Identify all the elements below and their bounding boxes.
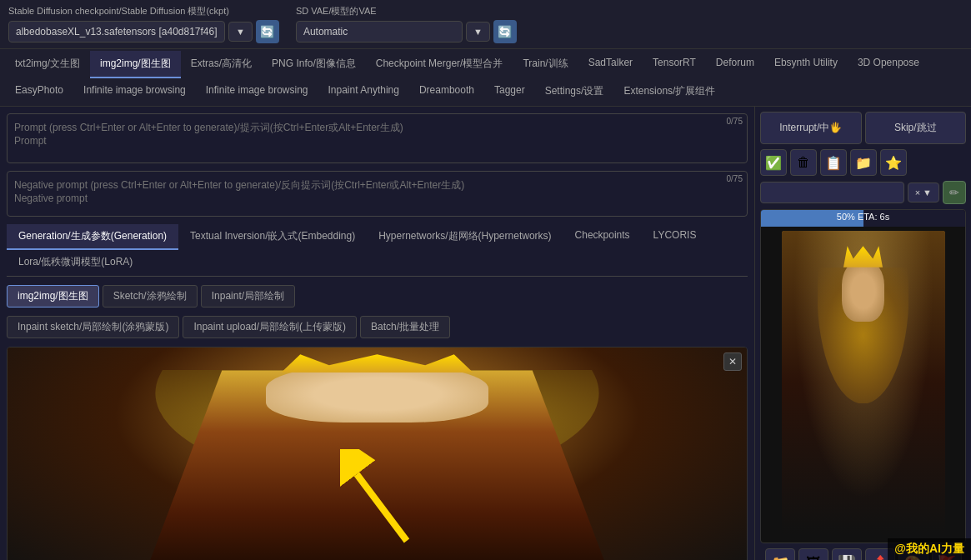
inner-tab-img2img[interactable]: img2img/图生图 xyxy=(7,285,99,308)
vae-dropdown[interactable]: Automatic xyxy=(296,21,463,42)
tab-png-info[interactable]: PNG Info/图像信息 xyxy=(262,51,366,78)
search-clear-button[interactable]: × ▼ xyxy=(908,182,939,202)
sub-tab-textual-inversion[interactable]: Textual Inversion/嵌入式(Embedding) xyxy=(178,224,367,250)
left-panel: 0/75 0/75 Generation/生成参数(Generation) Te… xyxy=(0,107,754,560)
search-row: × ▼ ✏ xyxy=(760,181,966,204)
trash-button[interactable]: 🗑 xyxy=(790,149,817,176)
sub-tab-checkpoints[interactable]: Checkpoints xyxy=(563,224,642,250)
tab-train[interactable]: Train/训练 xyxy=(513,51,578,78)
positive-prompt-input[interactable] xyxy=(7,113,748,163)
tab-img2img[interactable]: img2img/图生图 xyxy=(90,51,181,78)
tab-extensions[interactable]: Extensions/扩展组件 xyxy=(613,78,725,106)
progress-bar-container: 50% ETA: 6s xyxy=(761,210,965,227)
pencil-button[interactable]: ✏ xyxy=(943,181,966,204)
tab-extras[interactable]: Extras/高清化 xyxy=(181,51,262,78)
preview-queen-crown xyxy=(843,246,883,267)
queen-face xyxy=(266,366,488,423)
tab-infinite2[interactable]: Infinite image browsing xyxy=(196,78,318,106)
tab-easyphoto[interactable]: EasyPhoto xyxy=(5,78,73,106)
tab-txt2img[interactable]: txt2img/文生图 xyxy=(5,51,90,78)
negative-prompt-container: 0/75 xyxy=(7,171,748,219)
checkpoint-refresh-btn[interactable]: 🔄 xyxy=(256,20,279,43)
open-folder-button[interactable]: 📁 xyxy=(765,548,795,560)
progress-text: 50% ETA: 6s xyxy=(837,212,889,222)
tab-tensorrt[interactable]: TensorRT xyxy=(643,51,706,78)
sub-tab-lora[interactable]: Lora/低秩微调模型(LoRA) xyxy=(7,250,144,276)
preview-thumbnail xyxy=(782,231,945,534)
inner-tab-batch[interactable]: Batch/批量处理 xyxy=(360,316,450,338)
save-image-button[interactable]: 🖼 xyxy=(798,548,828,560)
inner-tabs-row: img2img/图生图 Sketch/涂鸦绘制 Inpaint/局部绘制 xyxy=(7,285,748,308)
inner-tabs-row-2: Inpaint sketch/局部绘制(涂鸦蒙版) Inpaint upload… xyxy=(7,316,748,338)
checkpoint-select-row: albedobaseXL_v13.safetensors [a40d817f46… xyxy=(8,20,279,43)
queen-crown xyxy=(281,354,473,372)
star-button[interactable]: ⭐ xyxy=(880,149,907,176)
tab-inpaint-anything[interactable]: Inpaint Anything xyxy=(318,78,409,106)
right-panel: Interrupt/中🖐 Skip/跳过 ✅ 🗑 📋 📁 ⭐ × ▼ ✏ 50%… xyxy=(754,107,971,560)
inner-tab-inpaint[interactable]: Inpaint/局部绘制 xyxy=(201,285,295,308)
action-buttons: Interrupt/中🖐 Skip/跳过 xyxy=(760,112,966,144)
tab-dreambooth[interactable]: Dreambooth xyxy=(409,78,484,106)
interrupt-button[interactable]: Interrupt/中🖐 xyxy=(760,112,862,144)
arrow-indicator xyxy=(340,449,448,558)
sub-tabs-row: Generation/生成参数(Generation) Textual Inve… xyxy=(7,224,748,277)
watermark: @我的AI力量 xyxy=(888,538,971,560)
sub-tab-lycoris[interactable]: LYCORIS xyxy=(642,224,708,250)
download-button[interactable]: 💾 xyxy=(832,548,862,560)
svg-line-1 xyxy=(357,474,407,541)
tab-tagger[interactable]: Tagger xyxy=(484,78,535,106)
vae-group: SD VAE/模型的VAE Automatic ▼ 🔄 xyxy=(296,5,517,43)
checkpoint-group: Stable Diffusion checkpoint/Stable Diffu… xyxy=(8,5,279,43)
checkpoint-dropdown[interactable]: albedobaseXL_v13.safetensors [a40d817f46… xyxy=(8,21,225,42)
sub-tab-generation[interactable]: Generation/生成参数(Generation) xyxy=(7,224,178,250)
skip-button[interactable]: Skip/跳过 xyxy=(865,112,967,144)
checkpoint-label: Stable Diffusion checkpoint/Stable Diffu… xyxy=(8,5,279,18)
tab-ebsynth[interactable]: Ebsynth Utility xyxy=(764,51,848,78)
checkpoint-arrow-btn[interactable]: ▼ xyxy=(228,22,253,42)
tab-sadtalker[interactable]: SadTalker xyxy=(578,51,643,78)
positive-prompt-container: 0/75 xyxy=(7,113,748,166)
canvas-close-button[interactable]: ✕ xyxy=(723,352,742,371)
tab-checkpoint-merger[interactable]: Checkpoint Merger/模型合并 xyxy=(366,51,513,78)
positive-char-count: 0/75 xyxy=(727,117,743,126)
main-tabs: txt2img/文生图 img2img/图生图 Extras/高清化 PNG I… xyxy=(0,49,971,107)
tab-settings[interactable]: Settings/设置 xyxy=(535,78,614,106)
search-input[interactable] xyxy=(760,182,904,203)
vae-refresh-btn[interactable]: 🔄 xyxy=(493,20,517,43)
top-bar: Stable Diffusion checkpoint/Stable Diffu… xyxy=(0,0,971,49)
preview-area: 50% ETA: 6s xyxy=(760,209,966,543)
vae-select-row: Automatic ▼ 🔄 xyxy=(296,20,517,43)
preview-queen-figure xyxy=(782,231,945,534)
tab-3d-openpose[interactable]: 3D Openpose xyxy=(848,51,929,78)
vae-arrow-btn[interactable]: ▼ xyxy=(466,22,490,42)
content-area: 0/75 0/75 Generation/生成参数(Generation) Te… xyxy=(0,107,971,560)
inner-tab-sketch[interactable]: Sketch/涂鸦绘制 xyxy=(103,285,198,308)
canvas-container: ✕ xyxy=(7,347,748,560)
copy-button[interactable]: 📋 xyxy=(820,149,847,176)
sub-tab-hypernetworks[interactable]: Hypernetworks/超网络(Hypernetworks) xyxy=(367,224,563,250)
checkmark-button[interactable]: ✅ xyxy=(760,149,787,176)
inner-tab-inpaint-upload[interactable]: Inpaint upload/局部绘制(上传蒙版) xyxy=(183,316,357,338)
preview-queen-face xyxy=(842,261,884,322)
negative-prompt-input[interactable] xyxy=(7,171,748,217)
input-image xyxy=(8,348,747,560)
icon-buttons-row: ✅ 🗑 📋 📁 ⭐ xyxy=(760,149,966,176)
inner-tab-inpaint-sketch[interactable]: Inpaint sketch/局部绘制(涂鸦蒙版) xyxy=(7,316,179,338)
folder-button[interactable]: 📁 xyxy=(850,149,877,176)
tab-infinite1[interactable]: Infinite image browsing xyxy=(73,78,196,106)
vae-label: SD VAE/模型的VAE xyxy=(296,5,517,18)
tab-deforum[interactable]: Deforum xyxy=(706,51,764,78)
negative-char-count: 0/75 xyxy=(727,174,743,183)
